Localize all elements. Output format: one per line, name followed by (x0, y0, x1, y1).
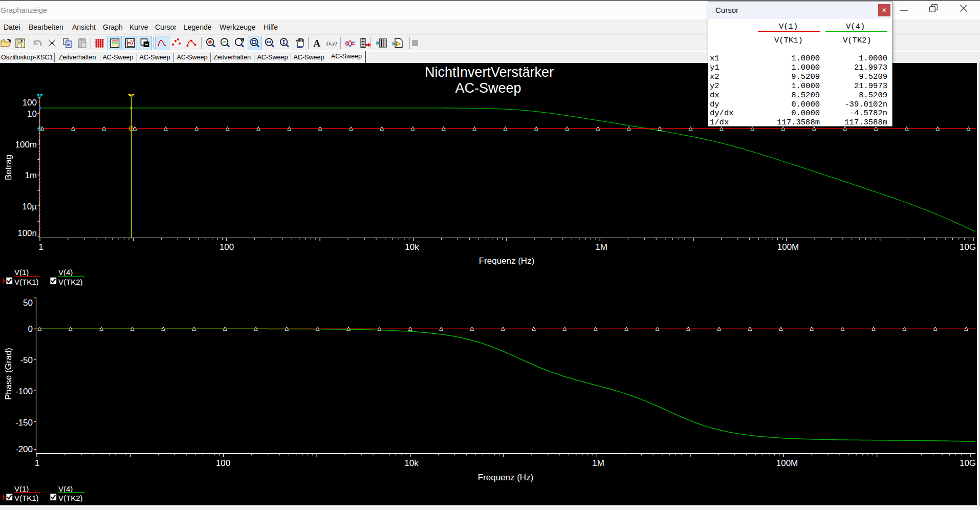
svg-text:Frequenz (Hz): Frequenz (Hz) (479, 256, 535, 266)
svg-text:V(1): V(1) (14, 268, 29, 277)
svg-text:0: 0 (28, 324, 33, 334)
svg-text:100n: 100n (17, 228, 37, 238)
svg-text:10k: 10k (405, 242, 419, 252)
svg-text:V(4): V(4) (58, 484, 73, 493)
svg-text:1M: 1M (595, 242, 607, 252)
svg-text:(x,y): (x,y) (326, 40, 337, 47)
svg-text:-200: -200 (15, 444, 33, 454)
svg-text:V(1): V(1) (14, 484, 29, 493)
svg-text:AC-Sweep: AC-Sweep (455, 80, 521, 96)
svg-text:A: A (313, 38, 320, 49)
svg-text:50: 50 (23, 298, 33, 308)
svg-text:-100: -100 (15, 387, 33, 396)
svg-text:V(TK2): V(TK2) (58, 278, 83, 286)
svg-text:100m: 100m (15, 140, 37, 150)
svg-text:1: 1 (38, 242, 43, 252)
svg-text:V(TK2): V(TK2) (58, 494, 83, 502)
svg-text:10: 10 (27, 109, 37, 119)
svg-text:100M: 100M (776, 458, 798, 468)
svg-text:V(TK1): V(TK1) (14, 494, 39, 502)
svg-text:1: 1 (35, 458, 39, 468)
svg-text:10G: 10G (960, 242, 976, 252)
svg-text:Phase (Grad): Phase (Grad) (4, 348, 13, 400)
svg-text:10k: 10k (404, 458, 419, 468)
svg-text:-150: -150 (15, 418, 33, 428)
svg-text:V(4): V(4) (58, 268, 73, 277)
svg-text:1m: 1m (25, 171, 37, 180)
svg-text:Frequenz (Hz): Frequenz (Hz) (478, 473, 534, 482)
svg-text:100: 100 (216, 458, 230, 468)
svg-text:V(TK1): V(TK1) (14, 278, 39, 286)
svg-text:100: 100 (220, 242, 234, 252)
svg-text:10G: 10G (960, 458, 976, 468)
svg-text:Betrag: Betrag (4, 155, 13, 180)
svg-text:100: 100 (23, 98, 37, 108)
svg-text:10µ: 10µ (22, 202, 37, 211)
svg-text:NichtInvertVerstärker: NichtInvertVerstärker (425, 65, 554, 80)
svg-text:1M: 1M (592, 458, 604, 468)
svg-text:100M: 100M (777, 242, 799, 252)
svg-text:-50: -50 (20, 355, 33, 365)
